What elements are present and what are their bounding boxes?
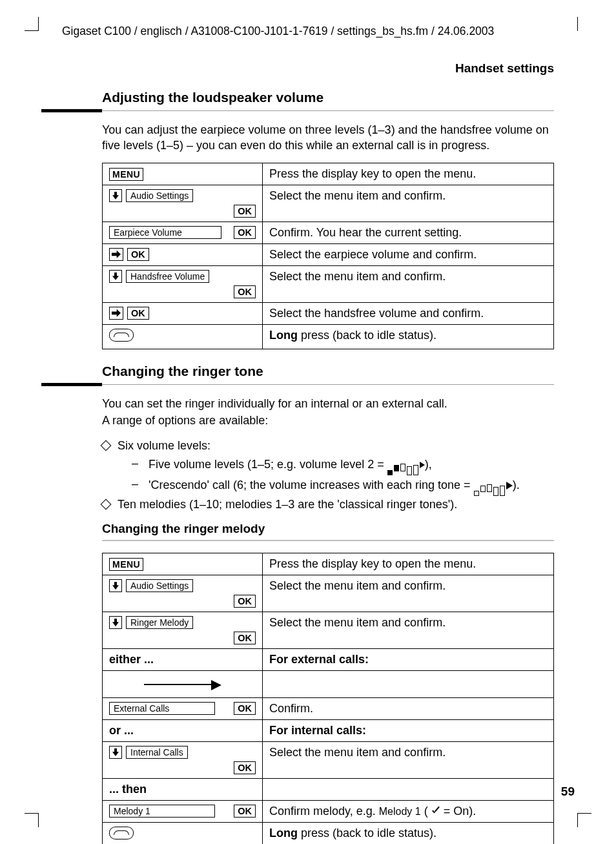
crop-mark <box>25 30 39 31</box>
table-row: OK Select the handsfree volume and confi… <box>103 302 554 324</box>
h2-ringer: Changing the ringer tone <box>102 364 554 379</box>
ringer-intro2: A range of options are available: <box>102 413 554 428</box>
ok-key: OK <box>127 248 149 261</box>
menu-key: MENU <box>109 558 143 571</box>
crop-mark <box>577 813 578 827</box>
rule <box>102 540 554 541</box>
section-label: Handset settings <box>41 61 554 76</box>
step-desc: Confirm. You hear the current setting. <box>263 221 554 243</box>
table-row: Long press (back to idle status). <box>103 822 554 844</box>
table-row: or ... For internal calls: <box>103 719 554 741</box>
bullet-text: Six volume levels: <box>118 437 210 454</box>
volume-bars-icon <box>474 475 505 496</box>
step-desc: Confirm. <box>263 697 554 719</box>
table-row <box>103 670 554 697</box>
table-row: Melody 1 OK Confirm melody, e.g. Melody … <box>103 800 554 822</box>
table-row: Earpiece Volume OK Confirm. You hear the… <box>103 221 554 243</box>
ringer-intro1: You can set the ringer individually for … <box>102 396 554 411</box>
page: Gigaset C100 / englisch / A31008-C100-J1… <box>0 0 616 844</box>
bullet-text: Ten melodies (1–10; melodies 1–3 are the… <box>118 496 457 513</box>
step-desc: Confirm melody, e.g. Melody 1 ( = On). <box>263 800 554 822</box>
table-row: Ringer Melody OK Select the menu item an… <box>103 612 554 648</box>
step-desc: Press the display key to open the menu. <box>263 553 554 575</box>
step-desc: Select the menu item and confirm. <box>263 575 554 612</box>
crop-mark <box>577 17 578 31</box>
menu-item: Audio Settings <box>126 579 193 592</box>
doc-path: Gigaset C100 / englisch / A31008-C100-J1… <box>62 25 575 38</box>
table-row: External Calls OK Confirm. <box>103 697 554 719</box>
ok-key: OK <box>234 702 256 715</box>
ok-key: OK <box>234 805 256 818</box>
step-desc: Press the display key to open the menu. <box>263 163 554 185</box>
melody-steps-table: MENU Press the display key to open the m… <box>102 553 554 844</box>
table-row: ... then <box>103 778 554 800</box>
step-desc: Long press (back to idle status). <box>263 822 554 844</box>
for-external: For external calls: <box>263 648 554 670</box>
step-desc: Select the earpiece volume and confirm. <box>263 243 554 265</box>
rule <box>102 109 554 113</box>
content: Adjusting the loudspeaker volume You can… <box>102 90 554 844</box>
menu-item: Melody 1 <box>109 805 215 818</box>
menu-item: Ringer Melody <box>126 616 193 629</box>
table-row: either ... For external calls: <box>103 648 554 670</box>
hangup-icon <box>109 827 134 839</box>
h2-volume: Adjusting the loudspeaker volume <box>102 90 554 105</box>
crop-mark <box>38 17 39 31</box>
ok-key: OK <box>127 307 149 320</box>
play-tri-icon <box>506 482 513 489</box>
volume-steps-table: MENU Press the display key to open the m… <box>102 163 554 349</box>
crop-mark <box>25 813 39 814</box>
crop-mark <box>38 813 39 827</box>
step-desc: Long press (back to idle status). <box>263 324 554 349</box>
ok-key: OK <box>234 226 256 239</box>
table-row: Audio Settings OK Select the menu item a… <box>103 575 554 612</box>
down-arrow-icon <box>109 616 122 629</box>
menu-key: MENU <box>109 168 143 181</box>
menu-item: External Calls <box>109 702 215 715</box>
h3-melody: Changing the ringer melody <box>102 522 554 536</box>
hangup-icon <box>109 329 134 342</box>
check-icon <box>431 807 440 816</box>
either-label: either ... <box>103 648 263 670</box>
step-desc: Select the menu item and confirm. <box>263 265 554 302</box>
table-row: Handsfree Volume OK Select the menu item… <box>103 265 554 302</box>
step-desc: Select the menu item and confirm. <box>263 741 554 778</box>
long-arrow-icon <box>144 681 221 688</box>
down-arrow-icon <box>109 579 122 592</box>
table-row: Internal Calls OK Select the menu item a… <box>103 741 554 778</box>
ok-key: OK <box>234 632 256 644</box>
step-desc: Select the handsfree volume and confirm. <box>263 302 554 324</box>
step-desc: Select the menu item and confirm. <box>263 612 554 648</box>
step-desc: Select the menu item and confirm. <box>263 185 554 221</box>
diamond-bullet-icon <box>101 440 112 451</box>
bullet-text: Five volume levels (1–5; e.g. volume lev… <box>149 455 432 475</box>
down-arrow-icon <box>109 189 122 202</box>
menu-item: Handsfree Volume <box>126 270 209 283</box>
menu-item: Internal Calls <box>126 746 188 759</box>
table-row: Long press (back to idle status). <box>103 324 554 349</box>
for-internal: For internal calls: <box>263 719 554 741</box>
table-row: OK Select the earpiece volume and confir… <box>103 243 554 265</box>
crop-mark <box>577 813 591 814</box>
table-row: Audio Settings OK Select the menu item a… <box>103 185 554 221</box>
volume-intro: You can adjust the earpiece volume on th… <box>102 122 554 154</box>
menu-item: Earpiece Volume <box>109 226 221 239</box>
menu-item: Audio Settings <box>126 189 193 202</box>
down-arrow-icon <box>109 746 122 759</box>
ok-key: OK <box>234 285 256 298</box>
bullet-text: 'Crescendo' call (6; the volume increase… <box>149 475 520 496</box>
page-number: 59 <box>561 785 575 799</box>
right-arrow-icon <box>109 248 123 261</box>
table-row: MENU Press the display key to open the m… <box>103 163 554 185</box>
down-arrow-icon <box>109 270 122 283</box>
right-arrow-icon <box>109 307 123 320</box>
play-tri-icon <box>420 462 425 468</box>
rule <box>102 383 554 387</box>
diamond-bullet-icon <box>101 499 112 509</box>
ok-key: OK <box>234 761 256 774</box>
bullet-list: Six volume levels: – Five volume levels … <box>102 437 554 512</box>
ok-key: OK <box>234 205 256 218</box>
then-label: ... then <box>103 778 263 800</box>
volume-bars-icon <box>387 455 418 475</box>
or-label: or ... <box>103 719 263 741</box>
